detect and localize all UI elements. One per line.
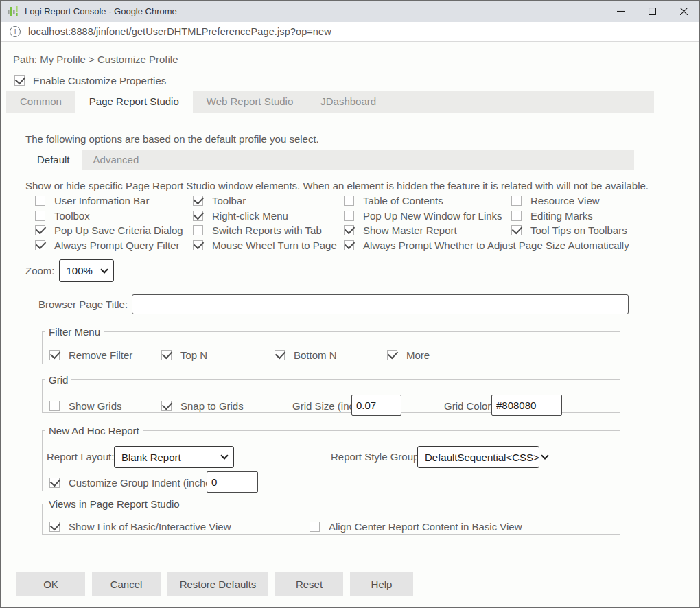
option-user-information-bar[interactable]: User Information Bar bbox=[35, 195, 193, 207]
checkbox[interactable] bbox=[193, 211, 203, 221]
option-label: User Information Bar bbox=[54, 195, 149, 207]
option-show-grids[interactable]: Show Grids bbox=[49, 400, 122, 412]
report-layout-select[interactable]: Blank Report bbox=[114, 446, 234, 468]
grid-section: Grid Show Grids Snap to Grids Grid Size … bbox=[42, 374, 620, 413]
grid-color-label: Grid Color: bbox=[444, 400, 494, 412]
option-pop-up-save-criteria-dialog[interactable]: Pop Up Save Criteria Dialog bbox=[35, 224, 193, 236]
option-more[interactable]: More bbox=[387, 349, 430, 361]
checkbox[interactable] bbox=[35, 196, 45, 206]
checkbox[interactable] bbox=[511, 225, 522, 235]
option-label: Customize Group Indent (inches): bbox=[69, 477, 222, 489]
option-table-of-contents[interactable]: Table of Contents bbox=[344, 195, 511, 207]
checkbox[interactable] bbox=[511, 211, 522, 221]
checkbox[interactable] bbox=[344, 196, 354, 206]
report-style-group-label: Report Style Group: bbox=[331, 451, 422, 463]
close-icon[interactable] bbox=[668, 1, 699, 22]
views-legend: Views in Page Report Studio bbox=[45, 498, 183, 510]
ok-button[interactable]: OK bbox=[16, 572, 85, 596]
enable-customize-properties-option[interactable]: Enable Customize Properties bbox=[14, 73, 699, 87]
filter-menu-legend: Filter Menu bbox=[45, 326, 104, 338]
profile-intro-text: The following options are based on the d… bbox=[25, 133, 699, 147]
grid-legend: Grid bbox=[45, 374, 71, 386]
checkbox[interactable] bbox=[35, 225, 45, 235]
option-show-link-basic-interactive-view[interactable]: Show Link of Basic/Interactive View bbox=[49, 521, 231, 533]
logi-logo-icon bbox=[7, 5, 19, 18]
option-mouse-wheel-turn-to-page[interactable]: Mouse Wheel Turn to Page bbox=[193, 239, 344, 251]
option-label: Mouse Wheel Turn to Page bbox=[212, 239, 337, 251]
tab-advanced[interactable]: Advanced bbox=[82, 150, 151, 170]
option-label: Show Master Report bbox=[363, 224, 457, 236]
info-icon[interactable]: i bbox=[10, 26, 21, 37]
checkbox[interactable] bbox=[35, 211, 45, 221]
url-text[interactable]: localhost:8888/jinfonet/getUserDHTMLPref… bbox=[28, 26, 331, 37]
checkbox[interactable] bbox=[310, 522, 320, 532]
options-note-text: Show or hide specific Page Report Studio… bbox=[25, 180, 699, 194]
option-show-master-report[interactable]: Show Master Report bbox=[344, 224, 511, 236]
checkbox[interactable] bbox=[49, 478, 60, 488]
option-toolbar[interactable]: Toolbar bbox=[193, 195, 344, 207]
browser-page-title-input[interactable] bbox=[132, 294, 629, 314]
grid-color-input[interactable] bbox=[491, 395, 562, 416]
checkbox[interactable] bbox=[49, 350, 60, 360]
window-controls bbox=[605, 1, 699, 22]
tab-jdashboard[interactable]: JDashboard bbox=[307, 91, 390, 113]
tab-common[interactable]: Common bbox=[6, 91, 75, 113]
checkbox[interactable] bbox=[387, 350, 397, 360]
option-resource-view[interactable]: Resource View bbox=[511, 195, 699, 207]
checkbox[interactable] bbox=[511, 196, 522, 206]
breadcrumb: Path: My Profile > Customize Profile bbox=[13, 54, 699, 67]
tab-page-report-studio[interactable]: Page Report Studio bbox=[75, 91, 193, 113]
option-switch-reports-with-tab[interactable]: Switch Reports with Tab bbox=[193, 224, 344, 236]
new-ad-hoc-report-legend: New Ad Hoc Report bbox=[45, 425, 143, 436]
option-tool-tips-on-toolbars[interactable]: Tool Tips on Toolbars bbox=[511, 224, 699, 236]
help-button[interactable]: Help bbox=[350, 572, 413, 596]
restore-defaults-button[interactable]: Restore Defaults bbox=[167, 572, 268, 596]
option-remove-filter[interactable]: Remove Filter bbox=[49, 349, 132, 361]
option-label: Always Prompt Whether to Adjust Page Siz… bbox=[363, 239, 629, 251]
reset-button[interactable]: Reset bbox=[275, 572, 343, 596]
option-pop-up-new-window-for-links[interactable]: Pop Up New Window for Links bbox=[344, 210, 511, 222]
cancel-button[interactable]: Cancel bbox=[92, 572, 161, 596]
option-bottom-n[interactable]: Bottom N bbox=[275, 349, 337, 361]
checkbox[interactable] bbox=[193, 196, 203, 206]
option-always-prompt-adjust-page-size[interactable]: Always Prompt Whether to Adjust Page Siz… bbox=[344, 239, 699, 251]
option-align-center-report-content[interactable]: Align Center Report Content in Basic Vie… bbox=[310, 521, 522, 533]
option-label: Editing Marks bbox=[530, 210, 593, 222]
option-editing-marks[interactable]: Editing Marks bbox=[511, 210, 699, 222]
option-snap-to-grids[interactable]: Snap to Grids bbox=[161, 400, 244, 412]
option-label: Top N bbox=[180, 349, 207, 361]
title-bar: Logi Report Console - Google Chrome bbox=[1, 1, 699, 22]
tab-web-report-studio[interactable]: Web Report Studio bbox=[193, 91, 307, 113]
checkbox[interactable] bbox=[161, 350, 172, 360]
checkbox[interactable] bbox=[193, 225, 203, 235]
checkbox[interactable] bbox=[161, 401, 172, 411]
option-top-n[interactable]: Top N bbox=[161, 349, 207, 361]
report-style-group-select[interactable]: DefaultSequential<CSS> bbox=[417, 446, 539, 468]
checkbox[interactable] bbox=[344, 225, 354, 235]
option-label: More bbox=[406, 349, 430, 361]
checkbox[interactable] bbox=[49, 401, 60, 411]
maximize-icon[interactable] bbox=[636, 1, 668, 22]
minimize-icon[interactable] bbox=[605, 1, 636, 22]
checkbox[interactable] bbox=[193, 240, 203, 250]
option-always-prompt-query-filter[interactable]: Always Prompt Query Filter bbox=[35, 239, 193, 251]
checkbox[interactable] bbox=[49, 522, 60, 532]
main-tab-bar: Common Page Report Studio Web Report Stu… bbox=[6, 91, 654, 113]
option-customize-group-indent[interactable]: Customize Group Indent (inches): bbox=[49, 477, 222, 489]
checkbox[interactable] bbox=[35, 240, 45, 250]
chevron-down-icon bbox=[220, 452, 228, 459]
option-toolbox[interactable]: Toolbox bbox=[35, 210, 193, 222]
checkbox[interactable] bbox=[344, 240, 354, 250]
option-right-click-menu[interactable]: Right-click Menu bbox=[193, 210, 344, 222]
address-bar[interactable]: i localhost:8888/jinfonet/getUserDHTMLPr… bbox=[1, 22, 699, 42]
zoom-label: Zoom: bbox=[25, 265, 55, 277]
checkbox[interactable] bbox=[344, 211, 354, 221]
grid-size-input[interactable] bbox=[351, 395, 401, 416]
page-content: Path: My Profile > Customize Profile Ena… bbox=[1, 54, 699, 608]
window-elements-options: User Information Bar Toolbar Table of Co… bbox=[35, 194, 699, 253]
zoom-select[interactable]: 100% bbox=[59, 259, 114, 282]
checkbox[interactable] bbox=[14, 75, 25, 86]
checkbox[interactable] bbox=[275, 350, 285, 360]
tab-default[interactable]: Default bbox=[25, 150, 82, 170]
group-indent-input[interactable] bbox=[207, 471, 258, 493]
